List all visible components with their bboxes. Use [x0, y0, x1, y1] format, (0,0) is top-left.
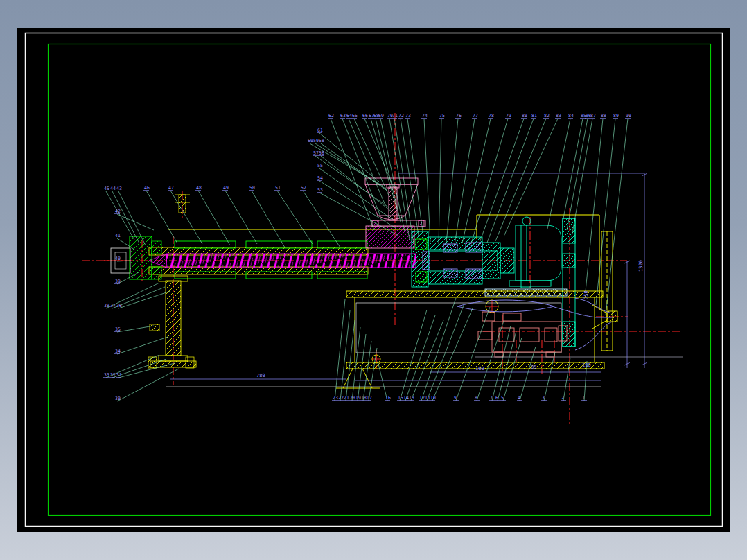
- balloon-label: 23: [333, 395, 338, 401]
- leader-line: [146, 191, 177, 243]
- drive-belt: [457, 298, 613, 350]
- balloon-label: 44: [110, 186, 116, 191]
- bearing: [443, 244, 457, 252]
- balloon-label: 71: [392, 113, 398, 119]
- balloon-label: 20: [350, 395, 355, 401]
- balloon-label: 89: [613, 113, 619, 119]
- balloon-label: 37: [110, 303, 116, 308]
- balloon-label: 61: [317, 128, 323, 133]
- balloon-label: 3: [542, 395, 545, 401]
- desktop-background: 6263646566676869707172737475767778798081…: [0, 0, 747, 560]
- leader-line: [364, 119, 394, 187]
- balloon-label: 41: [115, 233, 121, 238]
- support-column: [148, 276, 196, 368]
- dimension-text: 750: [583, 290, 589, 299]
- feed-throat: [366, 226, 414, 248]
- bearing: [443, 269, 457, 277]
- balloon-label: 2: [561, 395, 564, 401]
- leader-line: [547, 119, 570, 229]
- base-frame: [166, 291, 604, 388]
- balloon-label: 4: [518, 395, 520, 401]
- balloon-label: 48: [196, 185, 202, 191]
- leader-line: [427, 304, 464, 401]
- leader-line: [439, 119, 441, 244]
- leader-line: [411, 320, 443, 401]
- balloon-label: 10: [430, 395, 436, 401]
- balloon-label: 14: [403, 395, 409, 401]
- leader-line: [277, 191, 313, 244]
- leader-line: [303, 191, 340, 247]
- balloon-label: 58: [319, 138, 324, 143]
- balloon-label: 35: [115, 326, 121, 332]
- dimension-text: 1320: [638, 260, 644, 272]
- leader-line: [544, 352, 555, 401]
- balloon-label: 83: [556, 113, 561, 119]
- leader-line: [446, 119, 458, 243]
- leader-line: [335, 299, 345, 401]
- balloon-label: 55: [317, 163, 323, 168]
- balloon-label: 31: [116, 372, 122, 378]
- balloon-label: 62: [328, 113, 334, 119]
- leader-line: [563, 119, 583, 222]
- leader-line: [487, 119, 534, 243]
- balloon-label: 36: [116, 303, 122, 308]
- balloon-label: 18: [361, 395, 367, 401]
- leader-line: [354, 119, 389, 197]
- leader-line: [424, 119, 430, 242]
- leader-line: [405, 315, 435, 401]
- balloon-label: 19: [355, 395, 361, 401]
- leader-line: [520, 347, 536, 401]
- leader-line: [421, 298, 456, 401]
- balloon-label: 22: [338, 395, 344, 401]
- balloon-label: 45: [104, 186, 109, 191]
- balloon-label: 21: [344, 395, 349, 401]
- balloon-label: 1: [582, 395, 585, 401]
- balloon-label: 59: [313, 138, 319, 143]
- leader-line: [567, 119, 588, 230]
- leader-line: [394, 119, 414, 244]
- balloon-label: 15: [398, 395, 403, 401]
- balloon-label: 51: [275, 185, 281, 191]
- leader-line: [170, 191, 202, 244]
- balloon-label: 65: [352, 113, 358, 119]
- balloon-label: 90: [626, 113, 631, 119]
- balloon-label: 46: [144, 185, 150, 191]
- balloon-label: 9: [454, 395, 457, 401]
- leader-line: [315, 156, 389, 208]
- leader-line: [340, 310, 350, 401]
- extruder-screw: [166, 254, 416, 268]
- anchor-bolt: [148, 357, 157, 368]
- balloon-label: 7: [490, 395, 493, 401]
- balloon-label: 6: [495, 395, 498, 401]
- balloon-label: 84: [568, 113, 574, 119]
- motor-body: [516, 225, 561, 281]
- balloon-label: 79: [506, 113, 511, 119]
- balloon-label: 12: [419, 395, 425, 401]
- balloon-label: 38: [104, 303, 109, 308]
- balloon-label: 42: [115, 209, 121, 214]
- leader-line: [331, 119, 374, 230]
- balloon-label: 72: [398, 113, 404, 119]
- balloon-label: 77: [473, 113, 478, 119]
- balloon-label: 11: [425, 395, 430, 401]
- balloon-label: 81: [531, 113, 537, 119]
- balloon-label: 43: [116, 186, 122, 191]
- balloon-label: 80: [522, 113, 527, 119]
- balloon-label: 17: [367, 395, 372, 401]
- leader-line: [455, 119, 475, 245]
- leader-line: [252, 191, 285, 247]
- balloon-label: 78: [489, 113, 494, 119]
- leader-line: [369, 348, 377, 401]
- coupling: [482, 243, 500, 279]
- balloon-label: 76: [456, 113, 462, 119]
- balloon-label: 49: [223, 185, 229, 191]
- assembly-drawing: 6263646566676869707172737475767778798081…: [0, 0, 747, 560]
- balloon-label: 53: [317, 187, 323, 193]
- balloon-label: 66: [362, 113, 368, 119]
- leader-line: [117, 326, 154, 332]
- balloon-label: 73: [405, 113, 411, 119]
- sheet-frame: [26, 33, 723, 527]
- balloon-label: 40: [115, 256, 121, 261]
- eye-bolt: [522, 217, 531, 225]
- balloon-label: 52: [301, 185, 306, 191]
